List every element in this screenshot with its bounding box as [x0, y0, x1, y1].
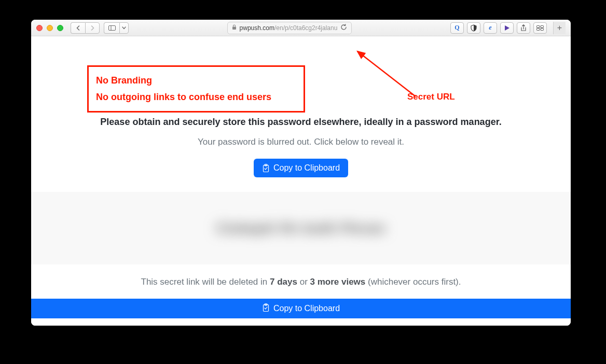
extension-q[interactable]: Q — [450, 22, 464, 34]
svg-rect-3 — [537, 25, 540, 27]
extension-toolbar: Q e — [450, 22, 547, 34]
shield-icon — [471, 24, 477, 32]
forward-button[interactable] — [85, 22, 100, 34]
clipboard-icon — [262, 303, 270, 314]
browser-window: pwpush.com/en/p/c0ta6cg2r4jalanu Q e + — [31, 20, 571, 326]
sidebar-icon — [108, 25, 116, 31]
traffic-lights — [36, 25, 63, 31]
viewport[interactable]: Please obtain and securely store this pa… — [31, 36, 571, 326]
sidebar-toggle-group — [104, 22, 129, 34]
nav-buttons — [71, 22, 100, 34]
tabs-button[interactable] — [533, 22, 547, 34]
chevron-right-icon — [90, 25, 95, 31]
chevron-down-icon — [122, 26, 126, 30]
lock-icon — [232, 24, 237, 31]
blurred-password: Ctobaphi Rn bedh Plevan — [216, 220, 385, 236]
share-icon — [520, 24, 527, 32]
svg-rect-2 — [232, 27, 236, 30]
zoom-icon[interactable] — [57, 25, 63, 31]
svg-rect-9 — [263, 304, 268, 311]
play-icon — [503, 24, 511, 32]
close-icon[interactable] — [36, 25, 43, 31]
reload-button[interactable] — [340, 24, 347, 32]
extension-shield[interactable] — [467, 22, 480, 34]
expiry-footnote: This secret link will be deleted in 7 da… — [42, 277, 560, 287]
back-button[interactable] — [71, 22, 85, 34]
address-bar[interactable]: pwpush.com/en/p/c0ta6cg2r4jalanu — [227, 22, 352, 34]
page-content: Please obtain and securely store this pa… — [31, 36, 571, 326]
copy-to-clipboard-bar[interactable]: Copy to Clipboard — [31, 299, 571, 318]
url-domain: pwpush.com — [240, 24, 274, 32]
svg-rect-6 — [541, 28, 544, 30]
extension-play[interactable] — [500, 22, 514, 34]
svg-rect-0 — [108, 25, 115, 30]
share-button[interactable] — [517, 22, 530, 34]
sidebar-dropdown[interactable] — [119, 22, 129, 34]
url-path: /en/p/c0ta6cg2r4jalanu — [274, 24, 337, 32]
new-tab-button[interactable]: + — [553, 22, 566, 34]
chevron-left-icon — [76, 25, 80, 31]
page-heading: Please obtain and securely store this pa… — [47, 117, 555, 128]
copy-bar-label: Copy to Clipboard — [273, 304, 340, 313]
copy-button-label: Copy to Clipboard — [273, 163, 340, 173]
extension-e[interactable]: e — [484, 22, 497, 34]
minimize-icon[interactable] — [47, 25, 53, 31]
tabs-icon — [536, 25, 544, 31]
clipboard-icon — [262, 164, 270, 173]
password-blur-zone[interactable]: Ctobaphi Rn bedh Plevan — [31, 192, 571, 264]
sidebar-button[interactable] — [104, 22, 119, 34]
page-subtitle: Your password is blurred out. Click belo… — [31, 137, 571, 147]
titlebar: pwpush.com/en/p/c0ta6cg2r4jalanu Q e + — [31, 20, 571, 36]
svg-rect-4 — [541, 25, 544, 27]
svg-rect-5 — [537, 28, 540, 30]
copy-to-clipboard-button[interactable]: Copy to Clipboard — [254, 159, 348, 177]
svg-rect-7 — [263, 165, 268, 172]
